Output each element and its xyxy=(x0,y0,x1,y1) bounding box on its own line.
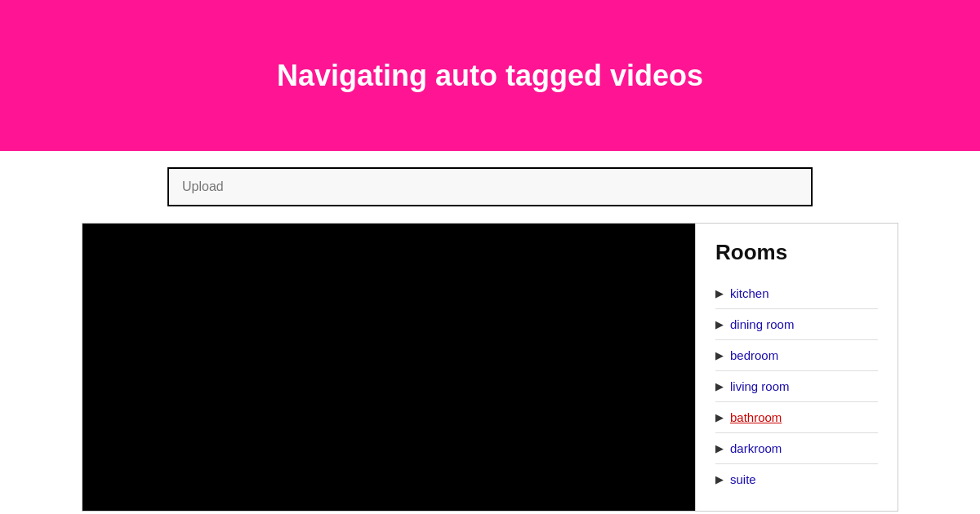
room-arrow-icon: ▶ xyxy=(715,473,724,485)
room-label[interactable]: kitchen xyxy=(730,286,769,300)
room-label[interactable]: darkroom xyxy=(730,441,782,455)
room-list-item[interactable]: ▶bedroom xyxy=(715,340,878,371)
room-arrow-icon: ▶ xyxy=(715,287,724,299)
video-player[interactable] xyxy=(82,224,695,511)
room-label[interactable]: bedroom xyxy=(730,348,778,362)
room-arrow-icon: ▶ xyxy=(715,380,724,392)
room-label[interactable]: bathroom xyxy=(730,410,782,424)
room-list-item[interactable]: ▶bathroom xyxy=(715,402,878,433)
page-title: Navigating auto tagged videos xyxy=(277,59,703,93)
room-label[interactable]: dining room xyxy=(730,317,794,331)
room-list-item[interactable]: ▶darkroom xyxy=(715,433,878,464)
room-list-item[interactable]: ▶living room xyxy=(715,371,878,402)
room-list-item[interactable]: ▶dining room xyxy=(715,309,878,340)
room-arrow-icon: ▶ xyxy=(715,349,724,361)
rooms-title: Rooms xyxy=(715,240,878,265)
rooms-panel: Rooms ▶kitchen▶dining room▶bedroom▶livin… xyxy=(695,224,898,511)
room-label[interactable]: living room xyxy=(730,379,790,393)
room-label[interactable]: suite xyxy=(730,472,756,486)
upload-input[interactable] xyxy=(167,167,813,206)
upload-section xyxy=(0,151,980,223)
room-arrow-icon: ▶ xyxy=(715,411,724,423)
page-header: Navigating auto tagged videos xyxy=(0,0,980,151)
room-list-item[interactable]: ▶suite xyxy=(715,464,878,494)
room-list-item[interactable]: ▶kitchen xyxy=(715,278,878,309)
room-arrow-icon: ▶ xyxy=(715,318,724,330)
room-arrow-icon: ▶ xyxy=(715,442,724,454)
rooms-list: ▶kitchen▶dining room▶bedroom▶living room… xyxy=(715,278,878,494)
main-content: Rooms ▶kitchen▶dining room▶bedroom▶livin… xyxy=(82,223,898,512)
